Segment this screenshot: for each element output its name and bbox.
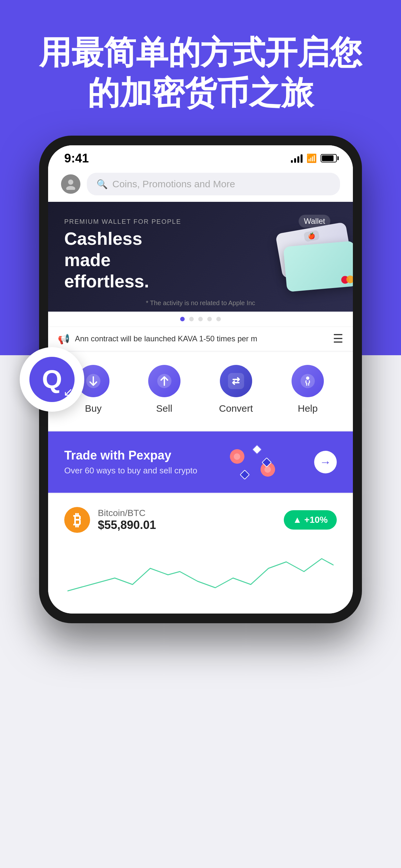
quick-actions: Buy Sell [48, 352, 353, 430]
user-avatar[interactable] [61, 175, 81, 194]
dot-4[interactable] [207, 317, 212, 321]
banner-dots [48, 312, 353, 327]
svg-point-1 [66, 186, 75, 190]
announcement-text: Ann contract will be launched KAVA 1-50 … [75, 334, 328, 343]
sell-label: Sell [156, 403, 173, 414]
announcement-bar: 📢 Ann contract will be launched KAVA 1-5… [48, 327, 353, 351]
bitcoin-card[interactable]: ₿ Bitcoin/BTC $55,890.01 ▲ +10% [48, 494, 353, 614]
phone-screen: 9:41 📶 [48, 145, 353, 614]
dot-5[interactable] [216, 317, 221, 321]
search-icon: 🔍 [96, 179, 108, 190]
card-visual-2 [283, 241, 353, 292]
phone-frame: 9:41 📶 [39, 135, 362, 623]
svg-point-6 [306, 376, 309, 380]
banner-cards: Wallet 🍎 [246, 212, 353, 302]
hero-title: 用最简单的方式开启您 的加密货币之旅 [0, 32, 401, 113]
trade-subtitle: Over 60 ways to buy and sell crypto [64, 466, 197, 476]
status-icons: 📶 [291, 153, 337, 163]
crypto-price: $55,890.01 [98, 518, 156, 532]
chart-svg [67, 542, 334, 607]
trade-banner[interactable]: Trade with Pexpay Over 60 ways to buy an… [48, 431, 353, 493]
search-input[interactable]: 🔍 Coins, Promotions and More [87, 173, 340, 195]
help-action[interactable]: Help [291, 365, 324, 414]
crypto-details: Bitcoin/BTC $55,890.01 [98, 508, 156, 532]
help-label: Help [298, 403, 318, 414]
up-arrow-icon: ▲ [293, 515, 302, 525]
sell-action[interactable]: Sell [148, 365, 181, 414]
trade-arrow-button[interactable]: → [314, 451, 337, 473]
dot-2[interactable] [189, 317, 194, 321]
banner-text: PREMIUM WALLET FOR PEOPLE Cashless made … [64, 218, 181, 292]
trade-illustration [227, 446, 278, 478]
status-bar: 9:41 📶 [48, 145, 353, 168]
convert-label: Convert [219, 403, 253, 414]
menu-icon[interactable]: ☰ [333, 332, 343, 345]
app-logo: Q ↙ [20, 347, 84, 412]
bitcoin-icon: ₿ [64, 507, 90, 533]
phone-mockup: Q ↙ 9:41 📶 [39, 135, 362, 623]
dot-3[interactable] [198, 317, 203, 321]
svg-point-0 [68, 180, 73, 185]
search-area: 🔍 Coins, Promotions and More [48, 168, 353, 202]
trade-title: Trade with Pexpay [64, 448, 197, 462]
convert-icon-circle [220, 365, 252, 397]
banner-note: * The activity is no related to Apple In… [146, 299, 255, 307]
svg-point-5 [301, 374, 315, 388]
banner-tag: PREMIUM WALLET FOR PEOPLE [64, 218, 181, 225]
megaphone-icon: 📢 [58, 333, 70, 345]
promo-banner[interactable]: PREMIUM WALLET FOR PEOPLE Cashless made … [48, 202, 353, 312]
status-time: 9:41 [64, 151, 89, 165]
sell-icon-circle [148, 365, 181, 397]
help-icon-circle [291, 365, 324, 397]
trade-text: Trade with Pexpay Over 60 ways to buy an… [64, 448, 197, 476]
crypto-info: ₿ Bitcoin/BTC $55,890.01 [64, 507, 156, 533]
price-change-badge: ▲ +10% [284, 510, 337, 530]
wifi-icon: 📶 [306, 153, 317, 163]
battery-icon [320, 154, 337, 162]
crypto-name: Bitcoin/BTC [98, 508, 156, 518]
buy-label: Buy [85, 403, 102, 414]
crypto-header: ₿ Bitcoin/BTC $55,890.01 ▲ +10% [64, 507, 337, 533]
search-placeholder: Coins, Promotions and More [112, 179, 235, 190]
price-chart [64, 542, 337, 607]
convert-action[interactable]: Convert [219, 365, 253, 414]
banner-headline: Cashless made effortless. [64, 228, 181, 292]
signal-icon [291, 154, 303, 163]
dot-1[interactable] [180, 317, 185, 321]
svg-rect-4 [228, 373, 244, 389]
